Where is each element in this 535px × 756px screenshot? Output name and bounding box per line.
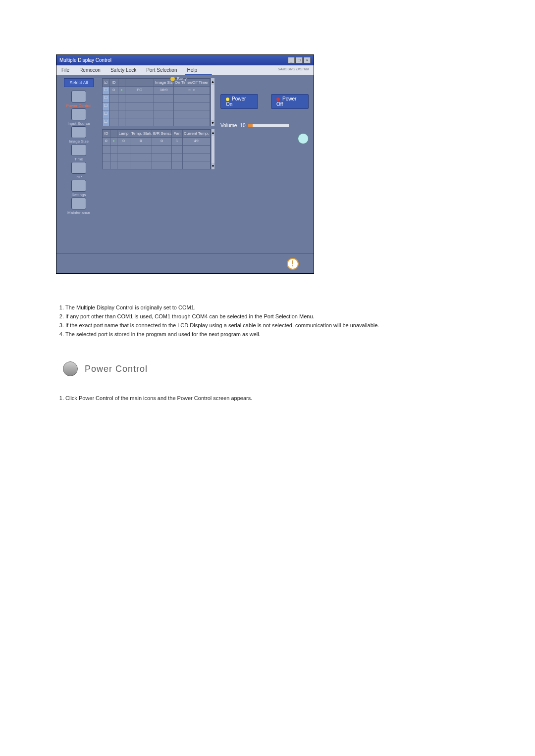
settings-icon[interactable] [71, 180, 86, 192]
scroll-down-icon[interactable]: ▼ [211, 120, 214, 126]
sidebar-item-time: Time [59, 144, 98, 161]
th2-ctemp: Current Temp. [183, 130, 211, 137]
volume-value: 10 [240, 123, 245, 128]
table-row [103, 161, 211, 169]
power-on-button[interactable]: Power On [220, 94, 258, 109]
section-header: Power Control [63, 361, 505, 376]
power-section-icon [63, 361, 78, 376]
top-table-header: ☑ ID Image Size On Timer/Off Timer [103, 79, 210, 86]
close-button[interactable]: × [304, 57, 311, 63]
on-dot-icon [226, 98, 229, 101]
table-row[interactable]: ☐ 0 ● PC 16:9 ○ ○ [103, 86, 210, 94]
busy-indicator: Busy [170, 76, 187, 81]
th-status [118, 79, 125, 86]
speaker-icon[interactable] [298, 133, 309, 144]
table-row: ☐ [103, 102, 210, 110]
power-icon[interactable] [71, 91, 86, 102]
busy-dot-icon [170, 77, 175, 81]
window-buttons: _ □ × [288, 57, 311, 63]
th2-br: B/R Sensor [152, 130, 172, 137]
minimize-button[interactable]: _ [288, 57, 295, 63]
th2-status [110, 130, 117, 137]
sidebar-item-maintenance: Maintenance [59, 198, 98, 215]
time-icon[interactable] [71, 144, 86, 156]
th2-fan: Fan [172, 130, 183, 137]
input-icon[interactable] [71, 108, 86, 120]
sidebar-item-settings: Settings [59, 180, 98, 197]
pip-icon[interactable] [71, 162, 86, 174]
table-row [103, 153, 211, 161]
scrollbar[interactable]: ▲▼ [211, 78, 214, 126]
th2-id: ID [103, 130, 110, 137]
volume-slider[interactable] [248, 124, 289, 127]
scroll-up-icon[interactable]: ▲ [212, 129, 215, 136]
th-check: ☑ [103, 79, 109, 86]
window-title: Multiple Display Control [59, 57, 111, 63]
table-row: ☐ [103, 94, 210, 102]
note-item: If the exact port name that is connected… [65, 321, 505, 330]
table-row: ☐ [103, 118, 210, 126]
th2-lamp: Lamp [117, 130, 130, 137]
sidebar-item-image-size: Image Size [59, 126, 98, 144]
note-item: Click Power Control of the main icons an… [65, 395, 505, 401]
th-source [125, 79, 154, 86]
maximize-button[interactable]: □ [296, 57, 303, 63]
sidebar: Select All Power Control Input Source Im… [56, 75, 101, 253]
th-id: ID [109, 79, 118, 86]
off-dot-icon [276, 98, 280, 101]
table-row: ☐ [103, 110, 210, 118]
right-panel: Power On Power Off Volume 10 [216, 78, 313, 251]
alert-icon: ! [287, 258, 299, 270]
section-title: Power Control [85, 364, 148, 374]
top-table: ☑ ID Image Size On Timer/Off Timer ☐ 0 ●… [102, 78, 211, 126]
menu-safety-lock[interactable]: Safety Lock [106, 65, 141, 75]
app-body: Select All Power Control Input Source Im… [56, 75, 314, 253]
statusbar: ! [56, 253, 314, 273]
bottom-table: ID Lamp Temp. Status B/R Sensor Fan Curr… [102, 129, 211, 169]
bottom-table-header: ID Lamp Temp. Status B/R Sensor Fan Curr… [103, 130, 211, 137]
image-size-icon[interactable] [71, 126, 86, 138]
menu-port-selection[interactable]: Port Selection [141, 65, 182, 75]
instruction-list-2: Click Power Control of the main icons an… [65, 395, 505, 401]
sidebar-item-power: Power Control [59, 91, 98, 108]
table-row[interactable]: 0 ● 0 0 0 1 49 [103, 137, 211, 145]
titlebar: Multiple Display Control _ □ × [56, 55, 314, 65]
brand-label: SAMSUNG DIGITall [273, 65, 314, 75]
sidebar-item-input: Input Source [59, 108, 98, 126]
note-item: If any port other than COM1 is used, COM… [65, 312, 505, 321]
main-panel: Busy ☑ ID Image Size On Timer/Off Timer … [101, 75, 314, 253]
scroll-up-icon[interactable]: ▲ [211, 78, 214, 85]
note-item: The selected port is stored in the progr… [65, 330, 505, 339]
instruction-list: The Multiple Display Control is original… [65, 303, 505, 339]
app-screenshot: Multiple Display Control _ □ × File Remo… [56, 54, 314, 274]
scroll-down-icon[interactable]: ▼ [212, 163, 215, 169]
select-all-button[interactable]: Select All [64, 78, 93, 87]
maintenance-icon[interactable] [71, 198, 86, 209]
power-off-button[interactable]: Power Off [271, 94, 309, 109]
menu-remocon[interactable]: Remocon [74, 65, 106, 75]
sidebar-item-pip: PIP [59, 162, 98, 179]
table-row [103, 145, 211, 153]
th2-temp: Temp. Status [130, 130, 152, 137]
menu-file[interactable]: File [56, 65, 74, 75]
volume-row: Volume 10 [220, 123, 309, 128]
volume-fill [248, 124, 252, 127]
note-item: The Multiple Display Control is original… [65, 303, 505, 312]
volume-label: Volume [220, 123, 237, 128]
scrollbar[interactable]: ▲▼ [211, 129, 215, 169]
